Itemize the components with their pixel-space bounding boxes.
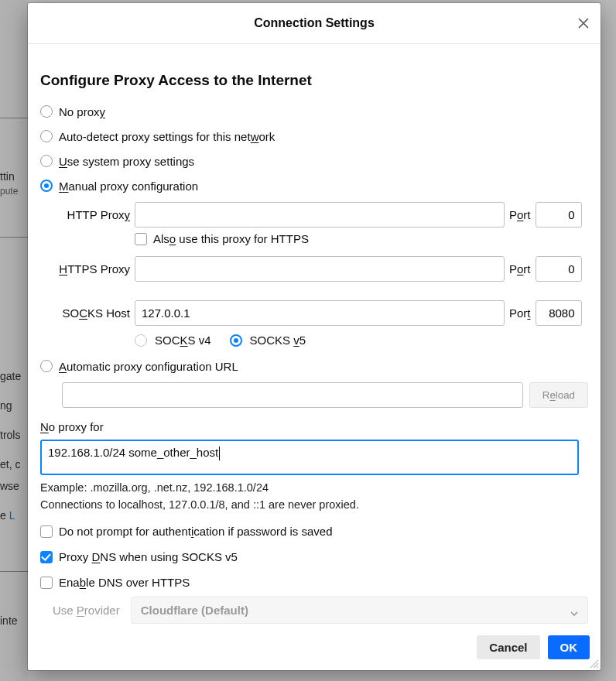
socks-host-row: SOCKS Host Port	[53, 300, 588, 326]
checkbox-icon	[40, 551, 53, 563]
checkbox-icon	[40, 525, 53, 538]
ok-button[interactable]: OK	[548, 635, 590, 659]
radio-icon	[40, 155, 53, 167]
radio-auto-url[interactable]: Automatic proxy configuration URL	[40, 358, 588, 375]
https-proxy-row: HTTPS Proxy Port	[53, 256, 588, 282]
text-caret-icon	[219, 447, 220, 460]
https-proxy-label: HTTPS Proxy	[53, 262, 130, 275]
no-proxy-for-textarea[interactable]: 192.168.1.0/24 some_other_host	[40, 440, 579, 475]
dialog-footer: Cancel OK	[477, 635, 590, 659]
no-proxy-example: Example: .mozilla.org, .net.nz, 192.168.…	[40, 481, 588, 494]
http-proxy-input[interactable]	[135, 202, 505, 228]
also-use-https-checkbox[interactable]: Also use this proxy for HTTPS	[135, 232, 588, 245]
checkbox-proxy-dns-socks5[interactable]: Proxy DNS when using SOCKS v5	[40, 550, 588, 563]
page-title: Configure Proxy Access to the Internet	[40, 72, 588, 89]
radio-socks-v4[interactable]	[135, 334, 147, 347]
radio-icon	[40, 105, 53, 118]
dialog-body: Configure Proxy Access to the Internet N…	[28, 44, 601, 630]
socks-version-group: SOCKS v4 SOCKS v5	[135, 334, 588, 347]
socks-host-label: SOCKS Host	[53, 306, 130, 320]
radio-no-proxy[interactable]: No proxy	[40, 103, 588, 120]
http-port-input[interactable]	[536, 202, 582, 228]
pac-url-input[interactable]	[62, 382, 523, 408]
socks-host-input[interactable]	[135, 300, 505, 326]
radio-icon	[40, 180, 53, 192]
resize-grip-icon[interactable]	[588, 658, 599, 669]
radio-manual[interactable]: Manual proxy configuration	[40, 177, 588, 194]
https-proxy-input[interactable]	[135, 256, 505, 282]
radio-use-system[interactable]: Use system proxy settings	[40, 152, 588, 169]
radio-icon	[40, 360, 53, 372]
dialog-title: Connection Settings	[254, 16, 375, 30]
radio-icon	[40, 130, 53, 142]
close-icon[interactable]	[574, 14, 593, 33]
cancel-button[interactable]: Cancel	[477, 635, 539, 659]
socks-v5-label: SOCKS v5	[250, 334, 306, 347]
reload-button: Reload	[529, 382, 588, 408]
checkbox-dns-over-https[interactable]: Enable DNS over HTTPS	[40, 576, 588, 589]
radio-auto-detect[interactable]: Auto-detect proxy settings for this netw…	[40, 128, 588, 145]
checkbox-icon	[40, 577, 53, 589]
doh-provider-label: Use Provider	[53, 604, 120, 617]
https-port-input[interactable]	[536, 256, 582, 282]
checkbox-icon	[135, 233, 147, 245]
radio-socks-v5[interactable]	[230, 334, 242, 347]
no-proxy-note: Connections to localhost, 127.0.0.1/8, a…	[40, 498, 588, 511]
doh-provider-row: Use Provider Cloudflare (Default)	[53, 597, 588, 624]
checkbox-no-auth-prompt[interactable]: Do not prompt for authentication if pass…	[40, 525, 588, 538]
socks-port-label: Port	[509, 306, 531, 320]
dialog-header: Connection Settings	[28, 3, 601, 44]
socks-v4-label: SOCKS v4	[155, 334, 211, 347]
https-port-label: Port	[509, 262, 531, 275]
no-proxy-for-label: No proxy for	[40, 420, 588, 433]
pac-url-row: Reload	[62, 382, 588, 408]
socks-port-input[interactable]	[536, 300, 582, 326]
http-proxy-label: HTTP Proxy	[53, 208, 130, 221]
doh-provider-select: Cloudflare (Default)	[131, 597, 588, 624]
connection-settings-dialog: Connection Settings Configure Proxy Acce…	[28, 3, 601, 670]
chevron-down-icon	[570, 607, 578, 614]
http-port-label: Port	[509, 208, 531, 221]
http-proxy-row: HTTP Proxy Port	[53, 202, 588, 228]
